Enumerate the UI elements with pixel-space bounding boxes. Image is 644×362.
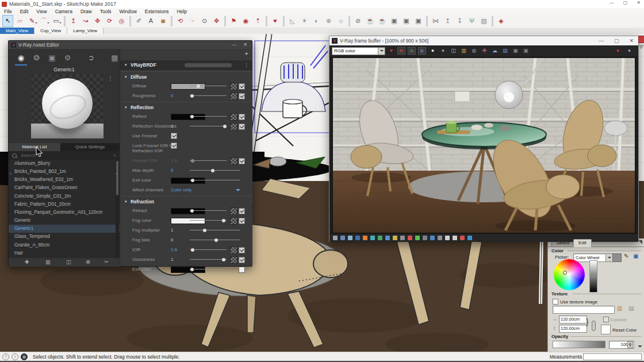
dome-light-icon[interactable]: ◐ <box>311 15 322 27</box>
colorize-checkbox[interactable] <box>603 317 609 322</box>
info-icon[interactable]: i <box>12 353 18 360</box>
paint-bucket-tool[interactable]: ◙ <box>158 15 168 27</box>
color-swatch[interactable] <box>171 267 205 273</box>
color-swatch[interactable] <box>171 178 205 184</box>
docked-toolbar-icon[interactable] <box>638 36 644 43</box>
channel-dropdown-arrow[interactable] <box>378 48 385 55</box>
param-slider[interactable] <box>190 95 227 96</box>
param-value[interactable]: 1 <box>171 124 173 129</box>
fb-compare-v-icon[interactable] <box>348 236 352 240</box>
fb-lut-icon[interactable] <box>423 236 427 240</box>
orbit-tool[interactable]: ⟲ <box>175 15 186 27</box>
texture-height-field[interactable]: 120.00cm <box>559 325 587 333</box>
param-slider[interactable] <box>190 160 227 161</box>
save-material-icon[interactable]: ◫ <box>66 258 71 267</box>
lock-camera-button[interactable]: ▣ <box>413 15 424 27</box>
param-slider[interactable] <box>190 230 240 230</box>
texture-map-icon[interactable] <box>230 113 237 121</box>
close-button[interactable]: ✕ <box>637 0 641 5</box>
texture-map-icon[interactable] <box>230 217 237 225</box>
menu-item[interactable]: File <box>0 9 16 14</box>
param-checkbox[interactable] <box>239 218 245 224</box>
texture-map-icon[interactable] <box>230 83 237 90</box>
texture-map-icon[interactable] <box>230 207 237 215</box>
picker-dropdown-arrow[interactable] <box>605 254 612 261</box>
fur-icon[interactable]: Ψ <box>466 15 477 27</box>
param-checkbox[interactable] <box>239 208 245 214</box>
render-teapot-button[interactable]: ☕ <box>365 15 375 27</box>
fb-pause-icon[interactable] <box>445 236 450 240</box>
fb-stop-icon[interactable] <box>460 236 465 240</box>
stop-render-icon[interactable]: ● <box>625 47 634 55</box>
menu-item[interactable]: Window <box>116 9 141 14</box>
texture-preview-icon[interactable]: ▤ <box>628 305 634 311</box>
fb-close-button[interactable]: ✕ <box>629 38 634 44</box>
fb-bloom-icon[interactable] <box>363 236 367 240</box>
reset-color-button[interactable]: Reset Color <box>612 328 637 333</box>
sun-light-icon[interactable]: ☀ <box>299 15 310 27</box>
param-value[interactable]: 1 <box>171 257 173 262</box>
settings-tab-icon[interactable]: ⚙ <box>60 51 75 66</box>
component-icon[interactable]: ◈ <box>496 15 507 27</box>
interactive-render-button[interactable]: ☕ <box>377 15 388 27</box>
collapse-left-icon[interactable]: ‹ <box>10 171 12 176</box>
tray-tab-edit[interactable]: Edit <box>573 239 592 247</box>
tape-measure-tool[interactable]: ✐ <box>133 15 144 27</box>
param-value[interactable]: 1.6 <box>171 158 177 163</box>
vray-logo-icon[interactable]: ♥ <box>387 47 396 55</box>
param-slider[interactable] <box>190 210 227 211</box>
gray-balance-icon[interactable]: ● <box>439 47 447 55</box>
rotate-tool[interactable]: ⟳ <box>104 15 115 27</box>
color-swatch[interactable] <box>171 114 205 120</box>
material-list-item[interactable]: Glass_Tempered <box>9 233 120 241</box>
material-list-item[interactable]: Flooring_Parquet_Geometric_A01_120cm <box>9 209 120 217</box>
value-slider-top[interactable] <box>589 260 597 276</box>
walk-tool[interactable]: ⇡ <box>252 15 263 27</box>
section-arrow-icon[interactable]: ▾ <box>125 199 127 204</box>
fb-proportion-icon[interactable] <box>430 236 435 240</box>
texture-map-icon[interactable] <box>230 93 237 100</box>
param-slider[interactable] <box>190 220 227 221</box>
minimize-button[interactable]: — <box>610 0 614 5</box>
save-image-icon[interactable]: ◫ <box>449 47 458 55</box>
dropdown-chevron-icon[interactable] <box>236 189 240 194</box>
clear-image-icon[interactable]: ◍ <box>470 47 478 55</box>
texture-map-icon[interactable] <box>230 157 237 165</box>
param-value[interactable]: 0 <box>171 237 173 242</box>
clipper-icon[interactable]: ▨ <box>478 15 489 27</box>
brdf-menu-icon[interactable]: ⋮ <box>244 62 249 68</box>
link-vfb-icon[interactable]: ▣ <box>522 47 530 55</box>
search-input[interactable] <box>20 152 113 159</box>
pan-tool[interactable]: ☞ <box>187 15 198 27</box>
menu-item[interactable]: Tools <box>96 9 116 14</box>
look-around-tool[interactable]: ◉ <box>240 15 251 27</box>
material-list-item[interactable]: Hair <box>9 249 120 257</box>
offset-tool[interactable]: ◎ <box>116 15 127 27</box>
fb-maximize-button[interactable]: ▢ <box>614 38 619 44</box>
ae-minimize-button[interactable]: — <box>232 42 236 47</box>
push-pull-tool[interactable]: ↥ <box>68 15 79 27</box>
fb-levels-icon[interactable] <box>393 236 397 240</box>
material-preview[interactable] <box>31 74 103 138</box>
panel-icon[interactable]: ▤ <box>501 47 509 55</box>
menu-item[interactable]: Help <box>172 9 190 14</box>
menu-item[interactable]: View <box>32 9 51 14</box>
param-slider[interactable] <box>190 259 227 260</box>
use-texture-checkbox[interactable] <box>553 299 558 305</box>
menu-item[interactable]: Edit <box>16 9 33 14</box>
rendered-image[interactable] <box>332 57 635 233</box>
add-material-icon[interactable]: ✚ <box>25 258 29 267</box>
param-value[interactable]: 5 <box>171 168 173 173</box>
scene-tab[interactable]: Cup_View <box>34 28 67 34</box>
menu-item[interactable]: Draw <box>76 9 96 14</box>
param-slider[interactable] <box>190 86 227 86</box>
interactive-render-icon[interactable]: ➲ <box>83 51 99 66</box>
param-slider[interactable] <box>190 240 240 240</box>
geolocation-icon[interactable]: ◍ <box>21 353 28 360</box>
frame-buffer-titlebar[interactable]: V V-Ray frame buffer - [100% of 900 x 50… <box>329 36 638 45</box>
materials-tab-icon[interactable]: ◉ <box>13 51 29 66</box>
param-checkbox[interactable] <box>239 93 245 99</box>
eraser-tool[interactable]: ▱ <box>14 15 25 27</box>
lights-tab-icon[interactable]: ❂ <box>29 51 44 66</box>
fb-minimize-button[interactable]: — <box>599 38 604 44</box>
